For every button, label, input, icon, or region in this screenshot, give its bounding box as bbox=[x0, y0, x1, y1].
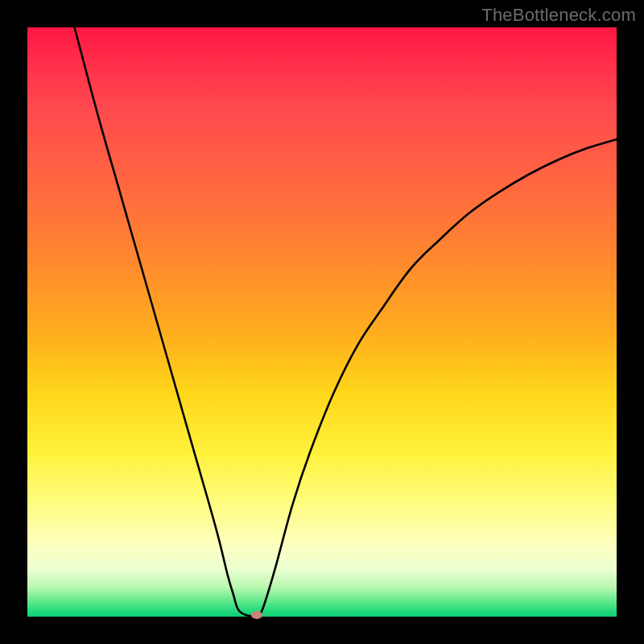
watermark-text: TheBottleneck.com bbox=[481, 5, 636, 26]
bottleneck-curve bbox=[27, 27, 617, 617]
plot-area bbox=[27, 27, 617, 617]
marker-dot bbox=[251, 611, 262, 619]
chart-frame: TheBottleneck.com bbox=[0, 0, 644, 644]
